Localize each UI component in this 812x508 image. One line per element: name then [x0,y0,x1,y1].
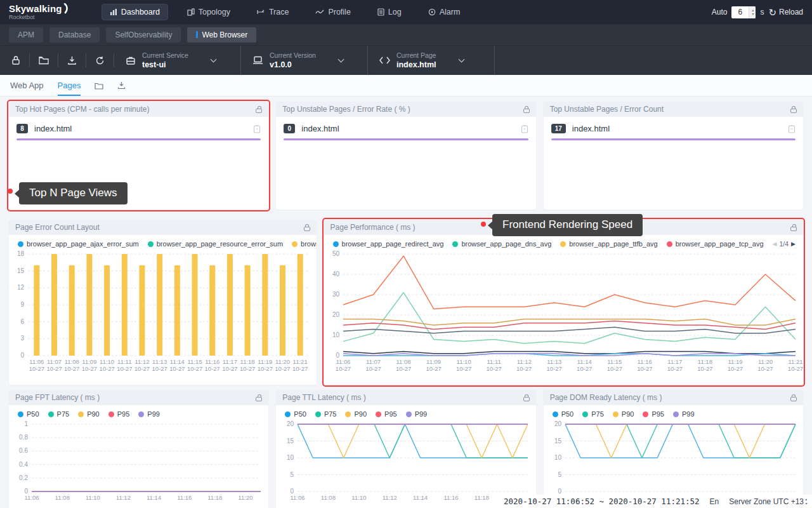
legend-item[interactable]: P50 [285,410,306,418]
svg-text:11:20: 11:20 [238,494,252,501]
legend-item[interactable]: P99 [406,410,428,418]
svg-text:11:16: 11:16 [444,494,459,501]
tab-pages[interactable]: Pages [58,75,81,96]
chip-label: APM [18,30,34,39]
legend-item[interactable]: browser_app_page_dns_avg [452,240,551,248]
legend-dot [48,411,54,417]
svg-text:15: 15 [17,267,25,274]
legend-prev-icon[interactable]: ◀ [773,241,777,247]
legend-item[interactable]: P90 [345,410,367,418]
top-nav: Skywalking Rocketbot Dashboard Topology … [0,0,812,24]
stepper-arrows-icon[interactable]: ▴▾ [749,6,756,18]
svg-text:11:18: 11:18 [697,358,712,365]
current-service-selector[interactable]: Current Service test-ui [114,46,241,75]
legend-item[interactable]: P75 [48,410,70,418]
nav-item-dashboard[interactable]: Dashboard [102,4,168,20]
logo[interactable]: Skywalking Rocketbot [9,4,71,20]
category-selfobservability[interactable]: SelfObservability [106,27,181,43]
legend-label: browser_app_page_tcp_avg [676,240,764,248]
reload-button[interactable]: ↻ Reload [768,8,803,17]
legend-dot [560,241,566,247]
nav-item-label: Alarm [440,8,461,17]
dom-ready-latency-line-chart: 0510152011:0611:0811:1011:1211:1411:1611… [544,418,803,504]
ttl-latency-line-chart: 0510152011:0611:0811:1011:1211:1411:1611… [276,418,535,504]
nav-item-label: Dashboard [121,8,160,17]
add-tab-button[interactable] [95,82,103,90]
nav-item-profile[interactable]: Profile [308,4,358,20]
legend-item[interactable]: browser_app_page_js_error_sum [292,240,316,248]
export-tab-button[interactable] [117,81,126,90]
svg-text:15: 15 [287,438,294,444]
nav-item-alarm[interactable]: Alarm [421,4,468,20]
legend-item[interactable]: browser_app_page_ajax_error_sum [18,240,139,248]
current-version-selector[interactable]: Current Version v1.0.0 [241,46,368,75]
template-button[interactable] [30,53,58,67]
svg-text:10-27: 10-27 [697,365,712,372]
auto-reload-controls: Auto 6 ▴▾ s ↻ Reload [712,6,803,18]
copy-icon[interactable] [521,124,528,133]
svg-text:10-27: 10-27 [637,365,652,372]
legend-next-icon[interactable]: ▶ [791,241,796,247]
import-export-button[interactable] [58,53,86,67]
svg-text:10-27: 10-27 [606,365,622,372]
svg-text:10-27: 10-27 [757,365,773,372]
nav-item-trace[interactable]: Trace [249,4,297,20]
legend-item[interactable]: P95 [643,410,664,418]
legend-item[interactable]: P50 [18,410,39,418]
legend-item[interactable]: P50 [553,410,574,418]
copy-icon[interactable] [253,124,261,133]
chart-legend: P50 P75 P90 P95 P99 [9,405,268,418]
category-web-browser[interactable]: Web Browser [187,27,256,43]
svg-text:10-27: 10-27 [29,365,44,372]
nav-item-topology[interactable]: Topology [180,4,238,20]
language-toggle[interactable]: En [710,497,719,506]
svg-text:10-27: 10-27 [727,365,742,372]
nav-item-log[interactable]: Log [370,4,409,20]
legend-label: browser_app_page_ajax_error_sum [27,240,139,248]
current-page-selector[interactable]: Current Page index.html [368,46,495,75]
svg-text:11:20: 11:20 [275,358,290,365]
legend-dot [78,411,84,417]
legend-item[interactable]: P90 [78,410,100,418]
legend-item[interactable]: P99 [138,410,160,418]
copy-icon[interactable] [788,124,796,133]
legend-item[interactable]: browser_app_page_redirect_avg [333,240,444,248]
legend-item[interactable]: P90 [613,410,634,418]
auto-unit: s [760,8,764,17]
selector-label: Current Service [142,51,188,59]
legend-item[interactable]: P95 [108,410,130,418]
legend-item[interactable]: browser_app_page_tcp_avg [667,240,764,248]
legend-label: P99 [415,410,428,418]
legend-item[interactable]: P95 [376,410,397,418]
server-zone-control[interactable]: Server Zone UTC +13 ▴▾ [729,497,807,506]
svg-text:10-27: 10-27 [456,365,471,372]
time-range-bar: 2020-10-27 11:06:52 ~ 2020-10-27 11:21:5… [496,495,812,508]
legend-dot [138,411,144,417]
legend-item[interactable]: browser_app_page_resource_error_sum [148,240,283,248]
refresh-button[interactable] [86,53,114,67]
legend-item[interactable]: P75 [582,410,604,418]
svg-text:0.6: 0.6 [19,447,28,454]
category-database[interactable]: Database [49,27,100,43]
legend-item[interactable]: browser_app_page_ttfb_avg [560,240,657,248]
lock-toggle-button[interactable] [3,53,30,67]
chart-legend: browser_app_page_ajax_error_sum browser_… [9,235,317,248]
logo-swoosh-icon [63,3,71,14]
card-top-unstable-error-count: Top Unstable Pages / Error Count 17 inde… [544,102,803,210]
skywalking-dashboard-page: Skywalking Rocketbot Dashboard Topology … [0,0,812,508]
time-range-value[interactable]: 2020-10-27 11:06:52 ~ 2020-10-27 11:21:5… [504,497,700,506]
card-title: Top Unstable Pages / Error Rate ( % ) [282,105,410,114]
auto-interval-stepper[interactable]: 6 ▴▾ [731,6,756,18]
legend-item[interactable]: P75 [315,410,337,418]
zone-stepper-icon[interactable]: ▴▾ [805,497,807,505]
svg-text:6: 6 [20,318,24,325]
legend-item[interactable]: P99 [673,410,695,418]
tab-web-app[interactable]: Web App [10,75,44,96]
svg-text:11:17: 11:17 [223,358,237,365]
lock-icon [256,109,262,113]
fpt-latency-line-chart: 00.20.40.60.8111:0611:0811:1011:1211:141… [9,418,268,504]
svg-text:0.8: 0.8 [19,434,28,441]
card-title: Page FPT Latency ( ms ) [15,393,100,402]
category-apm[interactable]: APM [9,27,43,43]
lock-icon [304,227,310,231]
